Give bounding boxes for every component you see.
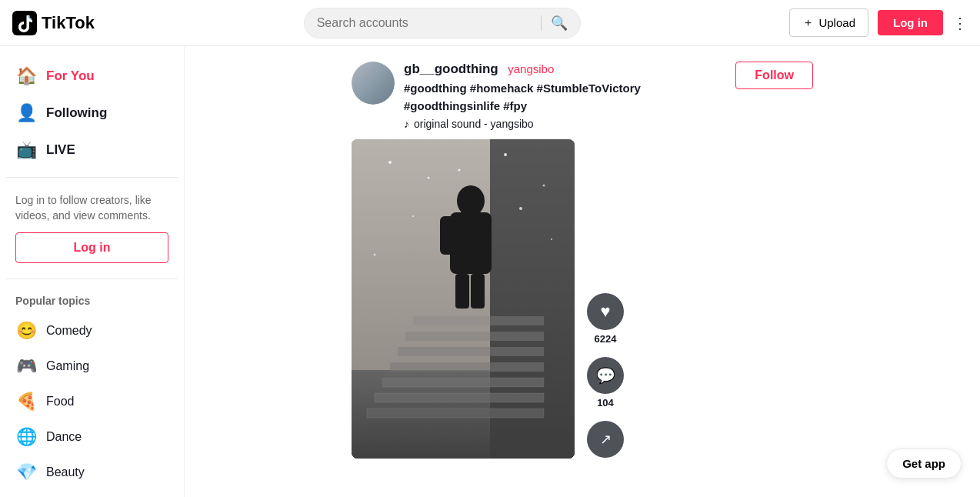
like-icon-circle: ♥ — [587, 293, 624, 330]
sound-text[interactable]: original sound - yangsibo — [414, 118, 534, 130]
post-tags: #goodthing #homehack #StumbleToVictory #… — [404, 80, 735, 115]
get-app-button[interactable]: Get app — [886, 449, 962, 479]
search-input[interactable] — [317, 16, 532, 30]
header-left: TikTok — [12, 11, 95, 35]
upload-button[interactable]: ＋ Upload — [789, 8, 868, 37]
svg-point-23 — [374, 254, 376, 256]
post-user-info: gb__goodthing yangsibo #goodthing #homeh… — [404, 62, 735, 130]
topic-label-beauty: Beauty — [46, 465, 85, 479]
post-user: gb__goodthing yangsibo #goodthing #homeh… — [352, 62, 735, 130]
topic-dance[interactable]: 🌐 Dance — [6, 419, 178, 455]
svg-rect-16 — [471, 274, 485, 309]
follow-button[interactable]: Follow — [735, 62, 813, 89]
share-icon-circle: ↗ — [587, 421, 624, 458]
username-sub[interactable]: yangsibo — [508, 62, 554, 75]
svg-point-17 — [388, 161, 392, 164]
login-prompt-text: Log in to follow creators, like videos, … — [15, 193, 168, 223]
sidebar-label-following: Following — [46, 105, 107, 121]
username[interactable]: gb__goodthing — [404, 62, 498, 76]
topic-label-food: Food — [46, 395, 74, 409]
upload-label: Upload — [818, 16, 855, 29]
sidebar-item-live[interactable]: 📺 LIVE — [6, 132, 178, 168]
beauty-icon: 💎 — [15, 462, 37, 482]
svg-point-20 — [543, 185, 545, 187]
video-frame[interactable] — [352, 139, 575, 459]
header-right: ＋ Upload Log in ⋮ — [789, 8, 968, 37]
comments-count: 104 — [597, 397, 614, 409]
topic-comedy[interactable]: 😊 Comedy — [6, 313, 178, 349]
avatar[interactable] — [352, 62, 395, 105]
sidebar-label-live: LIVE — [46, 142, 75, 158]
svg-rect-5 — [375, 393, 544, 402]
like-button[interactable]: ♥ 6224 — [587, 293, 624, 345]
svg-rect-4 — [367, 409, 544, 418]
svg-point-18 — [428, 177, 430, 179]
popular-topics-title: Popular topics — [6, 289, 178, 313]
topic-label-dance: Dance — [46, 430, 82, 444]
svg-point-25 — [458, 169, 461, 172]
sidebar: 🏠 For You 👤 Following 📺 LIVE Log in to f… — [0, 46, 185, 497]
topic-beauty[interactable]: 💎 Beauty — [6, 455, 178, 490]
tag-goodthingsinlife[interactable]: #goodthingsinlife — [404, 99, 500, 112]
comedy-icon: 😊 — [15, 321, 37, 341]
tag-stumble[interactable]: #StumbleToVictory — [537, 82, 641, 95]
topic-label-gaming: Gaming — [46, 359, 89, 373]
logo-text: TikTok — [42, 13, 95, 33]
content-area: gb__goodthing yangsibo #goodthing #homeh… — [185, 46, 980, 497]
video-visual — [352, 139, 575, 459]
post-username-row: gb__goodthing yangsibo — [404, 62, 735, 77]
following-icon: 👤 — [15, 103, 37, 123]
svg-rect-15 — [455, 274, 469, 309]
search-button[interactable]: 🔍 — [551, 15, 568, 32]
avatar-image — [352, 62, 395, 105]
video-container: ♥ 6224 💬 104 ↗ — [352, 139, 813, 459]
svg-point-21 — [412, 215, 414, 217]
comment-button[interactable]: 💬 104 — [587, 357, 624, 409]
sidebar-item-following[interactable]: 👤 Following — [6, 95, 178, 131]
svg-rect-6 — [382, 378, 544, 387]
svg-point-24 — [551, 238, 552, 240]
interaction-column: ♥ 6224 💬 104 ↗ — [587, 139, 624, 459]
comment-icon-circle: 💬 — [587, 357, 624, 394]
topic-food[interactable]: 🍕 Food — [6, 384, 178, 419]
tiktok-logo[interactable]: TikTok — [12, 11, 95, 35]
sidebar-label-for-you: For You — [46, 68, 95, 84]
more-options-button[interactable]: ⋮ — [952, 14, 968, 32]
search-bar[interactable]: 🔍 — [304, 8, 581, 38]
likes-count: 6224 — [595, 333, 617, 345]
sidebar-login-button[interactable]: Log in — [15, 232, 168, 263]
svg-rect-13 — [440, 216, 455, 255]
live-icon: 📺 — [15, 140, 37, 160]
svg-point-19 — [504, 153, 507, 156]
gaming-icon: 🎮 — [15, 356, 37, 376]
nav-divider — [6, 177, 178, 178]
topic-label-comedy: Comedy — [46, 324, 92, 338]
svg-rect-14 — [471, 216, 486, 255]
tag-homehack[interactable]: #homehack — [470, 82, 534, 95]
dance-icon: 🌐 — [15, 427, 37, 447]
svg-rect-7 — [390, 362, 544, 372]
feed-wrapper: gb__goodthing yangsibo #goodthing #homeh… — [352, 62, 813, 482]
tag-goodthing[interactable]: #goodthing — [404, 82, 467, 95]
sound-info: ♪ original sound - yangsibo — [404, 118, 735, 130]
video-background — [352, 139, 575, 459]
plus-icon: ＋ — [802, 15, 814, 30]
search-divider — [541, 15, 542, 31]
sidebar-item-for-you[interactable]: 🏠 For You — [6, 58, 178, 94]
login-prompt: Log in to follow creators, like videos, … — [6, 187, 178, 269]
topics-divider — [6, 279, 178, 279]
food-icon: 🍕 — [15, 392, 37, 412]
main-nav: 🏠 For You 👤 Following 📺 LIVE — [6, 58, 178, 168]
svg-rect-8 — [398, 347, 544, 356]
topic-gaming[interactable]: 🎮 Gaming — [6, 349, 178, 384]
tiktok-logo-icon — [12, 11, 37, 35]
tag-fpy[interactable]: #fpy — [503, 99, 527, 112]
svg-point-11 — [457, 185, 485, 216]
svg-point-22 — [519, 207, 522, 210]
main-layout: 🏠 For You 👤 Following 📺 LIVE Log in to f… — [0, 46, 980, 497]
share-button[interactable]: ↗ — [587, 421, 624, 458]
header-login-button[interactable]: Log in — [878, 10, 943, 35]
svg-rect-10 — [413, 316, 544, 325]
home-icon: 🏠 — [15, 66, 37, 86]
svg-rect-9 — [405, 332, 544, 341]
